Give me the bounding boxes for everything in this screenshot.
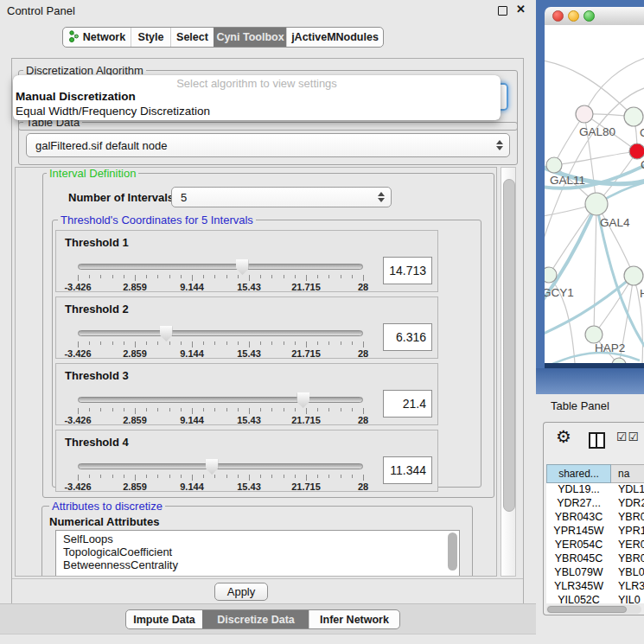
- slider-thumb[interactable]: [296, 392, 309, 408]
- network-window-titlebar[interactable]: [545, 7, 644, 26]
- table-horizontal-scrollbar[interactable]: [546, 605, 641, 614]
- table-row[interactable]: YBR045CYBR0: [546, 552, 644, 566]
- network-node-gal11[interactable]: [546, 157, 562, 173]
- group-label-attributes: Attributes to discretize: [49, 500, 165, 513]
- threshold-slider[interactable]: -3.4262.8599.14415.4321.71528: [78, 460, 363, 491]
- cyni-toolbox-panel: Discretization Algorithm Select algorith…: [11, 58, 524, 605]
- table-row[interactable]: YER054CYER0: [546, 539, 644, 552]
- settings-scrollbar-thumb[interactable]: [503, 179, 515, 512]
- slider-tick: [271, 341, 272, 345]
- close-icon[interactable]: ✕: [516, 3, 526, 16]
- cell-name: YBR0: [611, 552, 644, 566]
- tab-select[interactable]: Select: [170, 28, 214, 47]
- split-pane-icon[interactable]: [589, 432, 605, 449]
- slider-scale-label: -3.426: [64, 415, 91, 425]
- threshold-slider[interactable]: -3.4262.8599.14415.4321.71528: [78, 260, 363, 291]
- cell-name: YLR3: [611, 580, 644, 594]
- table-row[interactable]: YDR27...YDR2: [546, 497, 644, 511]
- popup-item-manual-discretization[interactable]: Manual Discretization: [13, 90, 501, 105]
- tab-infer-network[interactable]: Infer Network: [309, 610, 399, 628]
- slider-tick: [328, 408, 329, 411]
- network-node-label: GA: [640, 126, 644, 139]
- cell-shared-name: YDL19...: [546, 483, 611, 497]
- cell-shared-name: YBL079W: [546, 566, 611, 580]
- network-view-canvas[interactable]: GAL80GACGAL11GAL4GCY1HHAP2: [545, 25, 644, 363]
- number-of-intervals-value: 5: [181, 191, 187, 204]
- slider-tick: [181, 341, 182, 345]
- select-columns-icons[interactable]: ☑☑: [616, 430, 640, 443]
- table-header: shared... na: [546, 464, 644, 483]
- minimize-traffic-light-icon[interactable]: [568, 10, 579, 22]
- tab-impute-data[interactable]: Impute Data: [126, 610, 202, 628]
- threshold-slider[interactable]: -3.4262.8599.14415.4321.71528: [78, 393, 363, 424]
- close-traffic-light-icon[interactable]: [552, 10, 564, 22]
- slider-tick: [135, 408, 136, 414]
- slider-tick: [181, 408, 182, 411]
- table-data-combobox[interactable]: galFiltered.sif default node: [26, 133, 510, 157]
- slider-scale-label: 2.859: [123, 415, 147, 425]
- slider-thumb[interactable]: [160, 326, 173, 341]
- group-label-interval-definition: Interval Definition: [47, 167, 138, 180]
- screen: Control Panel ✕ NetworkStyleSelectCyni T…: [0, 0, 644, 644]
- numerical-attributes-list[interactable]: SelfLoopsTopologicalCoefficientBetweenne…: [55, 530, 460, 577]
- slider-tick: [271, 475, 272, 478]
- attributes-list-scrollbar[interactable]: [448, 532, 457, 571]
- slider-track[interactable]: [78, 463, 363, 469]
- slider-thumb[interactable]: [236, 259, 249, 275]
- popup-item-equal-width-frequency-discretization[interactable]: Equal Width/Frequency Discretization: [13, 105, 501, 119]
- network-node-gal80[interactable]: [576, 105, 593, 123]
- slider-scale-label: 15.43: [237, 282, 261, 292]
- network-node-hap2[interactable]: [585, 326, 603, 343]
- slider-tick: [249, 475, 250, 481]
- slider-track[interactable]: [78, 264, 363, 270]
- threshold-4-value-input[interactable]: [383, 456, 432, 484]
- slider-thumb[interactable]: [206, 459, 219, 475]
- slider-tick: [363, 341, 364, 348]
- table-row[interactable]: YBL079WYBL0: [546, 566, 644, 580]
- table-row[interactable]: YDL19...YDL1: [546, 483, 644, 497]
- apply-button[interactable]: Apply: [214, 583, 268, 601]
- table-horizontal-scrollbar-thumb[interactable]: [547, 606, 627, 613]
- float-window-icon[interactable]: [498, 6, 507, 16]
- slider-tick: [169, 275, 170, 278]
- table-row[interactable]: YBR043CYBR0: [546, 511, 644, 525]
- slider-tick: [169, 475, 170, 478]
- slider-tick: [78, 341, 79, 348]
- slider-tick: [124, 475, 124, 478]
- slider-tick: [260, 475, 261, 478]
- tab-jactivemnodules[interactable]: jActiveMNodules: [286, 28, 383, 47]
- tab-style[interactable]: Style: [131, 28, 170, 47]
- network-node-gal4[interactable]: [585, 193, 608, 215]
- network-node-gcy1[interactable]: [545, 267, 557, 283]
- threshold-3-value-input[interactable]: [383, 390, 432, 418]
- slider-track[interactable]: [78, 330, 363, 336]
- network-node-h[interactable]: [624, 266, 643, 285]
- gear-icon[interactable]: ⚙: [556, 428, 571, 445]
- cell-shared-name: YBR045C: [546, 552, 611, 566]
- column-header-name[interactable]: na: [611, 464, 644, 483]
- zoom-traffic-light-icon[interactable]: [583, 10, 595, 22]
- column-header-shared-name[interactable]: shared...: [546, 464, 611, 483]
- network-node-ga[interactable]: [624, 107, 643, 126]
- tab-cyni-toolbox[interactable]: Cyni Toolbox: [214, 28, 286, 47]
- table-row[interactable]: YPR145WYPR1: [546, 525, 644, 539]
- attribute-item-selfloops[interactable]: SelfLoops: [63, 532, 459, 545]
- slider-tick: [249, 341, 250, 348]
- table-row[interactable]: YLR345WYLR3: [546, 580, 644, 594]
- table-row[interactable]: YIL052CYIL0: [546, 594, 644, 603]
- slider-track[interactable]: [78, 397, 363, 403]
- threshold-2-value-input[interactable]: [383, 323, 432, 351]
- threshold-slider[interactable]: -3.4262.8599.14415.4321.71528: [78, 327, 363, 358]
- attribute-item-topologicalcoefficient[interactable]: TopologicalCoefficient: [63, 545, 459, 558]
- slider-scale-label: 2.859: [123, 348, 147, 359]
- tab-network[interactable]: Network: [63, 28, 131, 47]
- network-node-c[interactable]: [629, 143, 644, 159]
- slider-scale-label: 15.43: [237, 348, 261, 359]
- settings-scrollbar[interactable]: [501, 167, 516, 577]
- number-of-intervals-combobox[interactable]: 5: [171, 187, 392, 207]
- slider-tick: [192, 275, 193, 281]
- attribute-item-betweennesscentrality[interactable]: BetweennessCentrality: [63, 558, 459, 571]
- slider-tick: [328, 341, 329, 345]
- threshold-1-value-input[interactable]: [383, 257, 432, 284]
- tab-discretize-data[interactable]: Discretize Data: [202, 610, 309, 628]
